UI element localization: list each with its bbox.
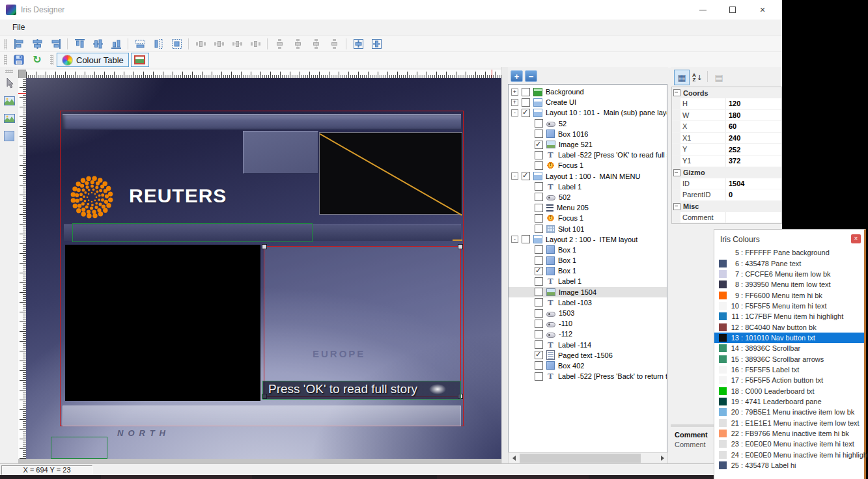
toolbar-grip[interactable] bbox=[50, 55, 53, 65]
property-row[interactable]: ID1504 bbox=[672, 178, 781, 190]
property-value[interactable]: 372 bbox=[726, 157, 781, 165]
image-tool-2[interactable] bbox=[1, 111, 17, 126]
tree-item[interactable]: 1503 bbox=[509, 308, 667, 318]
tree-item[interactable]: Image 521 bbox=[509, 139, 667, 150]
property-name[interactable]: ParentID bbox=[680, 189, 726, 200]
collapse-icon[interactable] bbox=[673, 169, 680, 176]
tree-horizontal-scrollbar[interactable] bbox=[508, 452, 668, 464]
colour-item[interactable]: 23 : E0E0E0 Menu inactive item hi text bbox=[714, 439, 864, 449]
visibility-checkbox[interactable] bbox=[535, 130, 543, 138]
property-row[interactable]: X1240 bbox=[672, 133, 781, 144]
visibility-checkbox[interactable] bbox=[522, 172, 530, 180]
visibility-checkbox[interactable] bbox=[535, 277, 543, 286]
tree-item[interactable]: +Background bbox=[509, 87, 667, 97]
alphabetical-sort-button[interactable]: AZ ↓ bbox=[690, 70, 705, 85]
property-row[interactable]: H120 bbox=[672, 98, 781, 110]
property-row[interactable]: Y1372 bbox=[672, 156, 781, 167]
expand-icon[interactable]: + bbox=[511, 99, 518, 106]
tree-item[interactable]: Box 1 bbox=[509, 245, 667, 255]
property-name[interactable]: Comment bbox=[680, 212, 726, 223]
bottom-left-outline[interactable] bbox=[51, 437, 107, 459]
colour-item[interactable]: 8 : 393950 Menu item low text bbox=[714, 279, 864, 290]
resize-handle-top-right[interactable] bbox=[458, 244, 463, 249]
palette-toggle-button[interactable] bbox=[131, 53, 149, 67]
visibility-checkbox[interactable] bbox=[535, 245, 543, 254]
tree-item[interactable]: -Layout 1 : 100 - MAIN MENU bbox=[509, 171, 667, 182]
visibility-checkbox[interactable] bbox=[522, 98, 530, 107]
bottom-translucent-bar[interactable] bbox=[63, 405, 461, 426]
colour-item[interactable]: 20 : 79B5E1 Menu inactive item low bk bbox=[714, 407, 864, 417]
save-button[interactable] bbox=[10, 53, 27, 68]
visibility-checkbox[interactable] bbox=[522, 109, 530, 117]
tree-item[interactable]: Label 1 bbox=[509, 182, 667, 192]
scroll-right-button[interactable] bbox=[657, 453, 667, 463]
tree-item[interactable]: Label -114 bbox=[509, 340, 667, 350]
collapse-icon[interactable]: - bbox=[511, 109, 518, 116]
colour-item[interactable]: 18 : C000 Leaderboard txt bbox=[714, 385, 864, 396]
colour-item[interactable]: 6 : 435478 Pane text bbox=[714, 258, 864, 268]
property-row[interactable]: X60 bbox=[672, 121, 781, 133]
visibility-checkbox[interactable] bbox=[535, 288, 543, 296]
property-name[interactable]: Y1 bbox=[680, 156, 726, 167]
collapse-icon[interactable] bbox=[673, 89, 680, 96]
colour-item[interactable]: 16 : F5F5F5 Label txt bbox=[714, 364, 864, 375]
header-bar-box[interactable] bbox=[63, 114, 461, 130]
colour-item[interactable]: 25 : 435478 Label hi bbox=[714, 460, 864, 471]
make-same-size-button[interactable] bbox=[168, 36, 185, 51]
tree-item[interactable]: Menu 205 bbox=[509, 202, 667, 213]
collapse-icon[interactable]: - bbox=[511, 172, 518, 180]
align-middles-button[interactable] bbox=[89, 36, 106, 51]
colour-item[interactable]: 11 : 1C7FBF Menu item hi highlight bbox=[714, 311, 864, 322]
make-same-height-button[interactable] bbox=[150, 36, 167, 51]
design-canvas[interactable]: EUROPE NORTH REUTERS P bbox=[26, 78, 501, 459]
property-name[interactable]: W bbox=[680, 110, 726, 121]
property-row[interactable]: Y252 bbox=[672, 144, 781, 156]
tree-item[interactable]: Label 1 bbox=[509, 276, 667, 286]
visibility-checkbox[interactable] bbox=[535, 256, 543, 265]
colour-item[interactable]: 7 : CFCFE6 Menu item low bk bbox=[714, 269, 864, 279]
slot-outline[interactable] bbox=[72, 223, 313, 242]
colour-item[interactable]: 10 : F5F5F5 Menu item hi text bbox=[714, 301, 864, 311]
property-row[interactable]: Comment bbox=[672, 212, 781, 224]
tree-item[interactable]: Box 402 bbox=[509, 361, 667, 371]
tree-item[interactable]: -Layout 2 : 100 - ITEM layout bbox=[509, 234, 667, 245]
visibility-checkbox[interactable] bbox=[535, 151, 543, 159]
visibility-checkbox[interactable] bbox=[522, 235, 530, 243]
property-name[interactable]: Y bbox=[680, 144, 726, 155]
visibility-checkbox[interactable] bbox=[535, 204, 543, 212]
toolbar-grip[interactable] bbox=[4, 55, 7, 65]
colour-item[interactable]: 22 : FB9766 Menu inactive item hi bk bbox=[714, 428, 864, 439]
property-row[interactable]: ParentID0 bbox=[672, 189, 781, 201]
property-category[interactable]: Coords bbox=[672, 87, 781, 98]
tree-item[interactable]: Slot 101 bbox=[509, 223, 667, 234]
visibility-checkbox[interactable] bbox=[535, 182, 543, 191]
colour-item[interactable]: 15 : 38936C Scrollbar arrows bbox=[714, 353, 864, 364]
visibility-checkbox[interactable] bbox=[535, 193, 543, 201]
collapse-icon[interactable] bbox=[673, 203, 680, 210]
visibility-checkbox[interactable] bbox=[535, 119, 543, 128]
property-name[interactable]: X bbox=[680, 121, 726, 132]
colour-item[interactable]: 21 : E1E1E1 Menu inactive item low text bbox=[714, 418, 864, 428]
tree-item[interactable]: +Create UI bbox=[509, 97, 667, 107]
tree-item[interactable]: Paged text -1506 bbox=[509, 350, 667, 361]
align-lefts-button[interactable] bbox=[10, 36, 27, 51]
refresh-button[interactable]: ↻ bbox=[29, 53, 46, 68]
box-tool[interactable] bbox=[1, 128, 17, 144]
align-rights-button[interactable] bbox=[47, 36, 64, 51]
resize-handle-top-left[interactable] bbox=[262, 244, 267, 249]
colour-item[interactable]: 13 : 101010 Nav button txt bbox=[714, 333, 864, 343]
visibility-checkbox[interactable] bbox=[535, 214, 543, 223]
property-value[interactable]: 120 bbox=[726, 100, 781, 107]
expand-all-button[interactable]: + bbox=[511, 70, 523, 82]
property-category[interactable]: Misc bbox=[672, 201, 781, 212]
tree-item[interactable]: -112 bbox=[509, 329, 667, 339]
colour-item[interactable]: 9 : FF6600 Menu item hi bk bbox=[714, 290, 864, 300]
property-row[interactable]: W180 bbox=[672, 110, 781, 122]
property-value[interactable]: 252 bbox=[726, 146, 781, 154]
make-same-width-button[interactable] bbox=[132, 36, 148, 51]
property-name[interactable]: X1 bbox=[680, 133, 726, 144]
visibility-checkbox[interactable] bbox=[535, 330, 543, 338]
image-tool[interactable] bbox=[1, 93, 17, 109]
tree-item[interactable]: -110 bbox=[509, 318, 667, 329]
property-value[interactable]: 60 bbox=[726, 122, 781, 130]
